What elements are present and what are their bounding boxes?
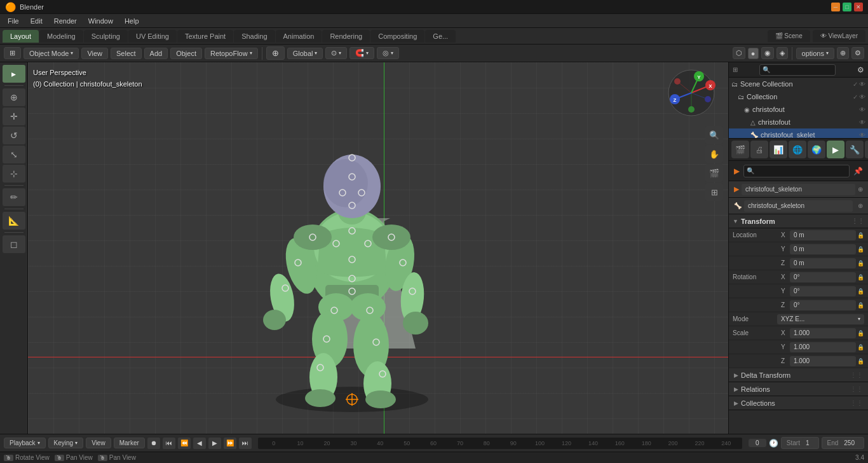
location-y-field[interactable]: 0 m [790,244,856,254]
grid-toggle-icon[interactable]: ⊞ [705,183,723,201]
scale-y-lock-icon[interactable]: 🔒 [857,344,864,350]
outliner-christofout[interactable]: ◉ christofout 👁 [729,103,868,116]
timeline-view-menu[interactable]: View [86,438,111,448]
skel-eye-icon[interactable]: 👁 [859,132,865,139]
pivot-dropdown[interactable]: ⊙ ▾ [325,47,347,59]
datablock-extra-icon[interactable]: ⊕ [858,202,863,209]
play-button[interactable]: ▶ [208,438,221,449]
tab-texture-paint[interactable]: Texture Paint [177,30,233,43]
transform-icon-btn[interactable]: ⊕ [266,46,285,60]
tab-rendering[interactable]: Rendering [322,30,370,43]
location-z-field[interactable]: 0 m [790,258,856,268]
object-menu[interactable]: Object [170,48,202,59]
prop-icon-output[interactable]: 🖨 [750,141,768,158]
rotation-z-lock-icon[interactable]: 🔒 [857,302,864,308]
menu-render[interactable]: Render [49,16,82,26]
scene-col-eye-icon[interactable]: 👁 [859,81,865,88]
tool-transform[interactable]: ⊹ [3,165,25,183]
scale-x-lock-icon[interactable]: 🔒 [857,330,864,336]
marker-menu[interactable]: Marker [114,438,145,448]
rotation-x-lock-icon[interactable]: 🔒 [857,274,864,280]
shading-wire[interactable]: ⬡ [733,47,745,59]
object-name-extra-icon[interactable]: ⊕ [858,186,863,193]
prop-icon-render[interactable]: 🎬 [731,141,749,158]
location-z-lock-icon[interactable]: 🔒 [857,260,864,266]
outliner-christofout-mesh[interactable]: △ christofout 👁 [729,116,868,128]
tab-animation[interactable]: Animation [276,30,322,43]
current-frame-field[interactable]: 0 [749,439,766,447]
proportional-toggle[interactable]: ◎ ▾ [377,47,399,59]
scale-y-field[interactable]: 1.000 [790,342,856,352]
tool-add-cube[interactable]: ◻ [3,235,25,253]
transform-section-header[interactable]: ▼ Transform ⋮⋮ [729,214,868,228]
scale-x-field[interactable]: 1.000 [790,328,856,338]
relations-section[interactable]: ▶ Relations ⋮⋮ [729,382,868,396]
retopo-flow-menu[interactable]: RetopoFlow ▾ [205,48,258,59]
outliner-scene-collection[interactable]: 🗂 Scene Collection ✓ 👁 [729,78,868,90]
menu-help[interactable]: Help [119,16,144,26]
play-back-button[interactable]: ◀ [193,438,206,449]
tool-scale[interactable]: ⤡ [3,146,25,163]
tab-compositing[interactable]: Compositing [370,30,424,43]
minimize-button[interactable]: ─ [831,3,840,11]
step-forward-button[interactable]: ⏩ [224,438,236,449]
viewport[interactable]: User Perspective (0) Collection | christ… [28,62,728,434]
delta-transform-section[interactable]: ▶ Delta Transform ⋮⋮ [729,368,868,382]
tool-move[interactable]: ✛ [3,107,25,125]
props-pin-icon[interactable]: 📌 [853,167,863,176]
tool-annotate[interactable]: ✏ [3,188,25,206]
timeline-bar[interactable]: 0 10 20 30 40 50 60 70 80 90 100 120 140… [258,438,742,449]
playback-menu[interactable]: Playback ▾ [4,438,46,448]
mesh-eye-icon[interactable]: 👁 [859,119,865,126]
prop-icon-world[interactable]: 🌍 [808,141,825,158]
tool-cursor[interactable]: ⊕ [3,88,25,106]
menu-file[interactable]: File [3,16,24,26]
start-frame-field[interactable]: 1 [802,439,813,447]
camera-view-icon[interactable]: 🎬 [705,164,723,182]
jump-start-button[interactable]: ⏮ [163,438,175,449]
step-back-button[interactable]: ⏪ [178,438,191,449]
viewport-mode-selector[interactable]: ⊞ [4,47,21,59]
properties-search[interactable] [743,165,850,177]
viewlayer-selector[interactable]: 👁 ViewLayer [813,30,865,42]
tool-select[interactable]: ▸ [3,65,25,83]
scene-selector[interactable]: 🎬 Scene [768,30,810,42]
col-checkmark-icon[interactable]: ✓ [853,93,858,100]
tab-shading[interactable]: Shading [234,30,275,43]
tab-layout[interactable]: Layout [3,30,39,43]
object-mode-dropdown[interactable]: Object Mode ▾ [24,48,79,59]
zoom-icon[interactable]: 🔍 [705,126,723,144]
rotation-y-field[interactable]: 0° [790,286,856,296]
add-menu[interactable]: Add [144,48,168,59]
rotation-x-field[interactable]: 0° [790,272,856,282]
tool-measure[interactable]: 📐 [3,212,25,230]
location-x-field[interactable]: 0 m [790,230,856,240]
outliner-search[interactable] [759,64,836,76]
record-button[interactable]: ⏺ [147,438,160,449]
outliner-collection[interactable]: 🗂 Collection ✓ 👁 [729,90,868,103]
datablock-field[interactable]: christofout_skeleton [744,200,853,212]
close-button[interactable]: ✕ [854,3,863,11]
menu-edit[interactable]: Edit [25,16,48,26]
view-menu[interactable]: View [81,48,108,59]
tool-rotate[interactable]: ↺ [3,127,25,144]
viewport-extra-1[interactable]: ⚙ [851,47,864,59]
jump-end-button[interactable]: ⏭ [239,438,252,449]
keying-menu[interactable]: Keying ▾ [48,438,84,448]
navigation-gizmo[interactable]: X Y Z [666,67,723,125]
prop-icon-particles[interactable]: ✨ [865,141,868,158]
end-frame-field[interactable]: 250 [840,439,858,447]
prop-icon-scene[interactable]: 🌐 [789,141,806,158]
tab-modeling[interactable]: Modeling [39,30,83,43]
rotation-z-field[interactable]: 0° [790,300,856,310]
scale-z-lock-icon[interactable]: 🔒 [857,358,864,364]
shading-material[interactable]: ◉ [761,47,774,59]
transform-global-dropdown[interactable]: Global ▾ [287,48,323,59]
tab-uv-editing[interactable]: UV Editing [128,30,177,43]
overlay-toggle[interactable]: options ▾ [796,48,834,59]
chr-eye-icon[interactable]: 👁 [859,106,865,113]
col-eye-icon[interactable]: 👁 [859,93,865,100]
outliner-filter-icon[interactable]: ⚙ [857,66,864,74]
shading-solid[interactable]: ● [748,48,759,59]
tab-geometry[interactable]: Ge... [425,30,456,43]
